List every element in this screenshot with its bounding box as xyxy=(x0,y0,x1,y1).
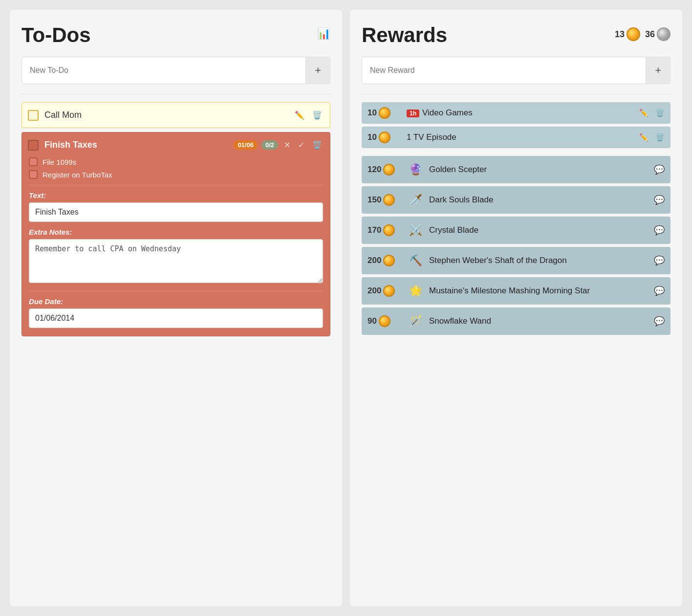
reward-tag-video-games: 1h xyxy=(407,110,419,117)
cancel-finish-taxes[interactable]: ✕ xyxy=(282,139,292,151)
reward-coin-crystal-blade xyxy=(383,224,395,236)
rewards-title: Rewards xyxy=(362,23,447,47)
buy-reward-snowflake-wand[interactable]: 💬 xyxy=(654,316,665,327)
add-reward-button[interactable]: + xyxy=(646,57,670,84)
buy-reward-crystal-blade[interactable]: 💬 xyxy=(654,225,665,236)
subtask-label-turbotax: Register on TurboTax xyxy=(43,171,112,179)
todo-actions-call-mom: ✏️ 🗑️ xyxy=(293,110,324,121)
delete-finish-taxes[interactable]: 🗑️ xyxy=(310,139,324,151)
notes-field-label: Extra Notes: xyxy=(29,228,323,236)
subtask-row-turbotax: Register on TurboTax xyxy=(29,170,323,179)
due-date-tag: 01/06 xyxy=(234,140,258,150)
new-todo-input[interactable] xyxy=(22,59,305,82)
reward-item-tv-episode: 10 1 TV Episode ✏️ 🗑️ xyxy=(362,127,670,148)
new-reward-input[interactable] xyxy=(362,59,646,82)
buy-reward-shaft-dragon[interactable]: 💬 xyxy=(654,255,665,266)
rewards-divider xyxy=(362,94,670,94)
reward-icon-golden-scepter: 🔮 xyxy=(407,161,424,178)
todo-text-input[interactable] xyxy=(29,202,323,222)
reward-coin-morning-star xyxy=(383,285,395,297)
reward-name-shaft-dragon[interactable]: Stephen Weber's Shaft of the Dragon xyxy=(429,256,649,265)
gold-count: 13 xyxy=(615,29,625,40)
todo-notes-textarea[interactable]: Remember to call CPA on Wednesday xyxy=(29,239,323,283)
new-reward-row: + xyxy=(362,57,670,84)
reward-icon-shaft-dragon: ⛏️ xyxy=(407,252,424,269)
todos-divider xyxy=(22,94,330,94)
finish-taxes-header: Finish Taxes 01/06 0/2 ✕ ✓ 🗑️ xyxy=(22,132,330,157)
subtask-label-1099s: File 1099s xyxy=(43,158,76,166)
subtask-count-tag: 0/2 xyxy=(261,140,278,150)
reward-cost-video-games: 10 xyxy=(368,107,402,119)
reward-name-crystal-blade[interactable]: Crystal Blade xyxy=(429,225,649,235)
reward-cost-dark-souls-blade: 150 xyxy=(368,194,402,206)
todo-label-call-mom: Call Mom xyxy=(44,110,287,120)
confirm-finish-taxes[interactable]: ✓ xyxy=(296,139,306,151)
todo-checkbox-call-mom[interactable] xyxy=(28,110,39,121)
edit-reward-tv-episode[interactable]: ✏️ xyxy=(639,133,649,142)
reward-cost-morning-star: 200 xyxy=(368,285,402,297)
rewards-header: Rewards 13 36 xyxy=(362,23,670,47)
reward-icon-morning-star: 🌟 xyxy=(407,282,424,300)
buy-reward-dark-souls-blade[interactable]: 💬 xyxy=(654,195,665,205)
reward-coin-shaft-dragon xyxy=(383,255,395,266)
edit-reward-video-games[interactable]: ✏️ xyxy=(639,109,649,117)
reward-item-video-games: 10 1hVideo Games ✏️ 🗑️ xyxy=(362,102,670,124)
todo-label-finish-taxes: Finish Taxes xyxy=(44,140,228,150)
delete-reward-tv-episode[interactable]: 🗑️ xyxy=(655,133,665,142)
reward-name-tv-episode[interactable]: 1 TV Episode xyxy=(407,132,634,142)
due-date-input[interactable] xyxy=(29,308,323,328)
subtask-checkbox-turbotax[interactable] xyxy=(29,170,38,179)
todos-header: To-Dos 📊 xyxy=(22,23,330,47)
text-field-label: Text: xyxy=(29,191,323,199)
edit-todo-call-mom[interactable]: ✏️ xyxy=(293,110,306,121)
reward-name-morning-star[interactable]: Mustaine's Milestone Mashing Morning Sta… xyxy=(429,286,649,296)
reward-cost-shaft-dragon: 200 xyxy=(368,255,402,266)
reward-name-snowflake-wand[interactable]: Snowflake Wand xyxy=(429,316,649,326)
buy-reward-morning-star[interactable]: 💬 xyxy=(654,286,665,296)
reward-icon-snowflake-wand: 🪄 xyxy=(407,312,424,330)
todos-panel: To-Dos 📊 + Call Mom ✏️ 🗑️ Finish Taxes 0… xyxy=(10,10,342,606)
reward-item-golden-scepter: 120 🔮 Golden Scepter 💬 xyxy=(362,156,670,183)
silver-count: 36 xyxy=(645,29,655,40)
todo-item-call-mom: Call Mom ✏️ 🗑️ xyxy=(22,102,330,128)
due-date-label: Due Date: xyxy=(29,297,323,306)
expanded-divider-2 xyxy=(29,291,323,291)
reward-item-shaft-dragon: 200 ⛏️ Stephen Weber's Shaft of the Drag… xyxy=(362,247,670,274)
reward-name-video-games[interactable]: 1hVideo Games xyxy=(407,108,634,118)
reward-item-snowflake-wand: 90 🪄 Snowflake Wand 💬 xyxy=(362,308,670,335)
subtask-checkbox-1099s[interactable] xyxy=(29,157,38,166)
reward-name-golden-scepter[interactable]: Golden Scepter xyxy=(429,165,649,175)
silver-count-badge: 36 xyxy=(645,27,670,41)
gold-count-badge: 13 xyxy=(615,27,640,41)
delete-todo-call-mom[interactable]: 🗑️ xyxy=(310,110,324,121)
buy-reward-golden-scepter[interactable]: 💬 xyxy=(654,164,665,175)
reward-coin-video-games xyxy=(379,107,390,119)
reward-cost-crystal-blade: 170 xyxy=(368,224,402,236)
reward-icon-dark-souls-blade: 🗡️ xyxy=(407,191,424,209)
reward-coin-snowflake-wand xyxy=(379,315,390,327)
chart-icon: 📊 xyxy=(317,27,330,40)
subtask-row-1099s: File 1099s xyxy=(29,157,323,166)
gold-coin-icon xyxy=(627,27,640,41)
reward-cost-snowflake-wand: 90 xyxy=(368,315,402,327)
reward-icon-crystal-blade: ⚔️ xyxy=(407,221,424,239)
todo-checkbox-finish-taxes[interactable] xyxy=(28,140,39,151)
reward-cost-golden-scepter: 120 xyxy=(368,164,402,176)
reward-cost-tv-episode: 10 xyxy=(368,132,402,143)
reward-coin-tv-episode xyxy=(379,132,390,143)
reward-coin-dark-souls-blade xyxy=(383,194,395,206)
reward-item-morning-star: 200 🌟 Mustaine's Milestone Mashing Morni… xyxy=(362,277,670,305)
silver-coin-icon xyxy=(657,27,670,41)
reward-item-dark-souls-blade: 150 🗡️ Dark Souls Blade 💬 xyxy=(362,186,670,214)
rewards-panel: Rewards 13 36 + 10 1hVideo Games ✏️ 🗑️ xyxy=(350,10,682,606)
add-todo-button[interactable]: + xyxy=(305,57,330,84)
todo-actions-finish-taxes: 01/06 0/2 ✕ ✓ 🗑️ xyxy=(234,139,324,151)
reward-coin-golden-scepter xyxy=(383,164,395,176)
reward-name-dark-souls-blade[interactable]: Dark Souls Blade xyxy=(429,195,649,205)
expanded-divider xyxy=(29,185,323,185)
delete-reward-video-games[interactable]: 🗑️ xyxy=(655,109,665,117)
todos-title: To-Dos xyxy=(22,23,91,47)
reward-item-crystal-blade: 170 ⚔️ Crystal Blade 💬 xyxy=(362,217,670,244)
todo-item-header: Call Mom ✏️ 🗑️ xyxy=(22,103,330,128)
rewards-currency: 13 36 xyxy=(615,27,670,41)
